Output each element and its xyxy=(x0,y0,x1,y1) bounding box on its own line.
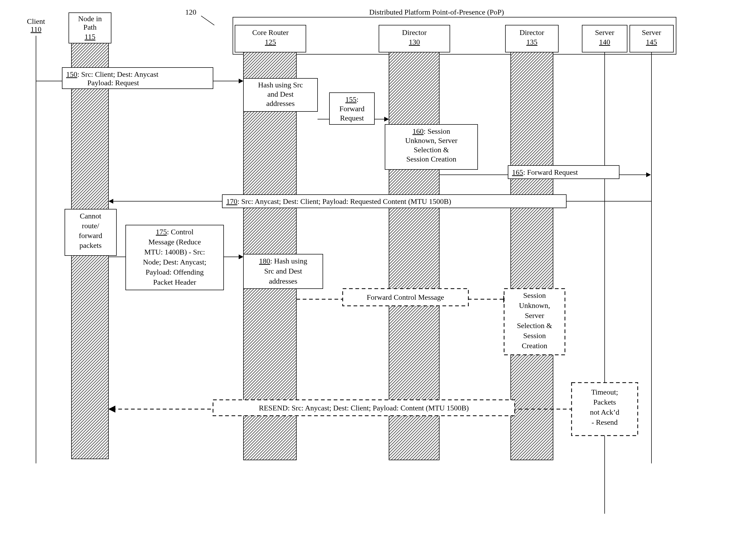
msg-160-line4: Session Creation xyxy=(406,155,456,163)
msg-180-line1: 180: Hash using xyxy=(259,257,307,265)
msg-175-line1: 175: Control xyxy=(156,228,194,236)
msg-155-line1: 155: xyxy=(345,95,359,103)
resend-text: RESEND: Src: Anycast; Dest: Client; Payl… xyxy=(259,404,469,412)
msg-165-line1: 165: Forward Request xyxy=(512,168,578,176)
lane-core-num: 125 xyxy=(265,38,276,46)
lane-dir1-label: Director xyxy=(402,28,427,37)
msg-160-line1: 160: Session xyxy=(413,127,450,135)
timeout-l3: not Ack’d xyxy=(590,408,619,416)
fwdctrl-text: Forward Control Message xyxy=(367,293,444,301)
msg-160-line3: Selection & xyxy=(414,145,449,154)
pop-leader-label: 120 xyxy=(185,8,196,16)
lane-node-label2: Path xyxy=(83,23,96,31)
cannot-l1: Cannot xyxy=(80,212,101,220)
msg-180-line2: Src and Dest xyxy=(264,267,302,275)
msg-175-line6: Packet Header xyxy=(153,278,196,286)
hash1-l1: Hash using Src xyxy=(258,81,303,89)
hash1-l3: addresses xyxy=(266,99,294,107)
timeout-l1: Timeout; xyxy=(591,388,618,396)
pop-title: Distributed Platform Point-of-Presence (… xyxy=(369,8,504,16)
lane-dir2-label: Director xyxy=(519,28,544,37)
timeout-l2: Packets xyxy=(593,398,616,406)
lane-node-num: 115 xyxy=(85,32,95,41)
lane-srv2-num: 145 xyxy=(646,38,657,46)
msg-175-line2: Message (Reduce xyxy=(148,238,201,246)
msg-155-line3: Request xyxy=(340,114,364,122)
lane-node-label1: Node in xyxy=(78,15,102,23)
msg-175-line3: MTU: 1400B) - Src: xyxy=(144,248,205,256)
lane-client-num: 110 xyxy=(31,25,42,33)
activation-dir1 xyxy=(389,52,439,460)
sess2-l2: Unknown, xyxy=(519,301,550,310)
sess2-l4: Selection & xyxy=(517,321,552,330)
cannot-l2: route/ xyxy=(82,222,99,230)
msg-150-line1: 150: Src: Client; Dest: Anycast xyxy=(66,70,159,78)
lane-srv2-label: Server xyxy=(642,28,661,37)
msg-170-line1: 170: Src: Anycast; Dest: Client; Payload… xyxy=(226,197,451,205)
lane-client-label: Client xyxy=(27,17,45,25)
msg-175-line4: Node; Dest: Anycast; xyxy=(143,258,207,266)
msg-180-line3: addresses xyxy=(269,277,297,285)
lane-dir1-num: 130 xyxy=(409,38,420,46)
svg-line-2 xyxy=(201,16,214,25)
lane-srv1-label: Server xyxy=(595,28,615,37)
msg-150-line2: Payload: Request xyxy=(87,79,139,87)
activation-dir2 xyxy=(511,52,553,460)
lane-core-label: Core Router xyxy=(252,28,289,37)
sess2-l1: Session xyxy=(523,291,546,300)
cannot-l4: packets xyxy=(79,241,102,249)
sess2-l6: Creation xyxy=(522,342,547,350)
sequence-diagram: Distributed Platform Point-of-Presence (… xyxy=(0,0,756,537)
lane-dir2-num: 135 xyxy=(526,38,538,46)
cannot-l3: forward xyxy=(79,231,102,240)
msg-155-line2: Forward xyxy=(339,104,365,113)
msg-175-line5: Payload: Offending xyxy=(145,268,204,276)
timeout-l4: - Resend xyxy=(592,418,618,426)
hash1-l2: and Dest xyxy=(268,90,294,98)
msg-160-line2: Unknown, Server xyxy=(405,136,458,145)
lane-srv1-num: 140 xyxy=(599,38,610,46)
sess2-l3: Server xyxy=(525,311,544,320)
sess2-l5: Session xyxy=(523,332,546,340)
